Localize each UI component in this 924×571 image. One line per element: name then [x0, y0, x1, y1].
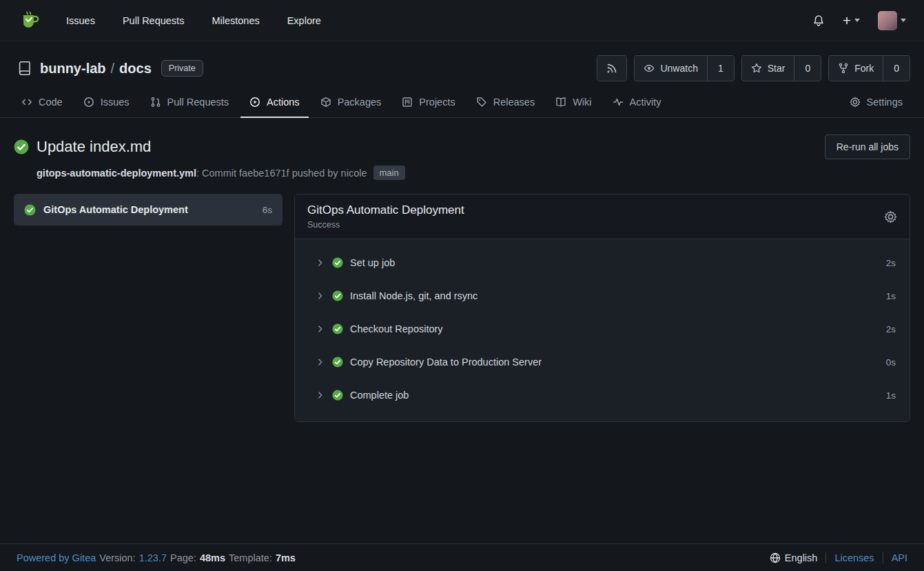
rss-icon	[606, 63, 617, 74]
tab-label: Code	[39, 97, 63, 108]
fork-button[interactable]: Fork	[829, 56, 883, 81]
globe-icon	[770, 552, 781, 563]
run-title: Update index.md	[37, 138, 151, 156]
pull-request-icon	[150, 97, 161, 108]
notifications-button[interactable]	[812, 14, 825, 27]
tab-label: Issues	[101, 97, 130, 108]
nav-item-explore[interactable]: Explore	[287, 15, 321, 26]
tab-projects[interactable]: Projects	[393, 90, 464, 118]
tab-pull-requests[interactable]: Pull Requests	[141, 90, 238, 118]
rss-button[interactable]	[597, 56, 626, 81]
branch-badge[interactable]: main	[373, 166, 405, 180]
create-new-button[interactable]: +	[843, 13, 860, 28]
tab-settings[interactable]: Settings	[841, 90, 912, 118]
nav-item-pull-requests[interactable]: Pull Requests	[123, 15, 184, 26]
step-duration: 0s	[886, 357, 896, 368]
repo-separator: /	[111, 61, 115, 77]
caret-down-icon	[854, 19, 860, 22]
issue-icon	[83, 97, 94, 108]
step-row-copy-data[interactable]: Copy Repository Data to Production Serve…	[295, 345, 910, 379]
step-row-checkout[interactable]: Checkout Repository 2s	[295, 312, 910, 345]
rerun-all-jobs-button[interactable]: Re-run all jobs	[825, 134, 910, 159]
powered-by-gitea-link[interactable]: Powered by Gitea	[17, 552, 96, 563]
page-footer: Powered by Gitea Version: 1.23.7 Page: 4…	[0, 543, 924, 571]
tab-issues[interactable]: Issues	[74, 90, 138, 118]
run-header: Update index.md Re-run all jobs	[14, 134, 910, 159]
repo-tabs: Code Issues Pull Requests Actions Packag…	[0, 90, 924, 118]
book-icon	[555, 97, 566, 108]
watch-button-group: Unwatch 1	[634, 55, 734, 81]
repo-owner-link[interactable]: bunny-lab	[40, 61, 106, 77]
navbar-right: +	[812, 11, 906, 30]
step-row-setup-job[interactable]: Set up job 2s	[295, 246, 910, 279]
template-time-label: Template:	[229, 552, 272, 563]
job-name: GitOps Automatic Deployment	[43, 204, 255, 215]
job-steps: Set up job 2s Install Node.js, git, and …	[295, 239, 910, 421]
template-time-value: 7ms	[276, 552, 296, 563]
job-list: GitOps Automatic Deployment 6s	[14, 194, 283, 226]
step-row-complete-job[interactable]: Complete job 1s	[295, 379, 910, 412]
eye-icon	[644, 63, 655, 74]
page-time-value: 48ms	[200, 552, 225, 563]
tab-packages[interactable]: Packages	[311, 90, 391, 118]
tab-wiki[interactable]: Wiki	[546, 90, 600, 118]
footer-links: English Licenses API	[761, 552, 907, 563]
nav-item-milestones[interactable]: Milestones	[212, 15, 259, 26]
footer-meta: Powered by Gitea Version: 1.23.7 Page: 4…	[17, 552, 296, 563]
repo-icon	[17, 60, 33, 77]
activity-icon	[613, 97, 624, 108]
tab-label: Activity	[630, 97, 661, 108]
chevron-right-icon	[316, 390, 325, 400]
job-options-gear-icon[interactable]	[884, 210, 897, 223]
version-label: Version:	[99, 552, 135, 563]
star-icon	[751, 63, 762, 74]
fork-count[interactable]: 0	[883, 56, 910, 81]
language-label: English	[785, 552, 818, 563]
step-name: Install Node.js, git, and rsync	[350, 290, 478, 301]
step-duration: 2s	[886, 258, 896, 268]
settings-icon	[850, 97, 861, 108]
step-duration: 1s	[886, 291, 896, 301]
tab-label: Projects	[419, 97, 455, 108]
tab-actions[interactable]: Actions	[240, 90, 309, 118]
user-menu-button[interactable]	[878, 11, 906, 30]
workflow-file-link[interactable]: gitops-automatic-deployment.yml	[37, 168, 196, 179]
step-row-install[interactable]: Install Node.js, git, and rsync 1s	[295, 279, 910, 312]
caret-down-icon	[901, 19, 906, 22]
licenses-link[interactable]: Licenses	[825, 552, 882, 563]
step-name: Set up job	[350, 257, 395, 268]
chevron-right-icon	[316, 291, 325, 301]
tab-label: Pull Requests	[167, 97, 229, 108]
job-list-item[interactable]: GitOps Automatic Deployment 6s	[14, 194, 283, 226]
success-check-icon	[332, 357, 343, 368]
main-nav: Issues Pull Requests Milestones Explore	[66, 15, 321, 26]
nav-item-issues[interactable]: Issues	[66, 15, 95, 26]
tab-code[interactable]: Code	[12, 90, 72, 118]
fork-label: Fork	[854, 63, 874, 74]
unwatch-button[interactable]: Unwatch	[635, 56, 706, 81]
tab-label: Packages	[338, 97, 382, 108]
repo-name-link[interactable]: docs	[119, 61, 152, 77]
plus-icon: +	[843, 13, 851, 28]
bell-icon	[812, 14, 825, 27]
success-check-icon	[14, 139, 29, 154]
tab-label: Actions	[267, 97, 300, 108]
tab-releases[interactable]: Releases	[467, 90, 544, 118]
step-duration: 1s	[886, 390, 896, 401]
success-check-icon	[332, 290, 343, 301]
chevron-right-icon	[316, 357, 325, 367]
tab-activity[interactable]: Activity	[604, 90, 670, 118]
star-count[interactable]: 0	[794, 56, 821, 81]
top-navbar: Issues Pull Requests Milestones Explore …	[0, 0, 924, 41]
fork-button-group: Fork 0	[828, 55, 910, 81]
gitea-logo[interactable]	[19, 10, 41, 32]
language-selector[interactable]: English	[761, 552, 826, 563]
tab-label: Wiki	[573, 97, 591, 108]
job-detail-title: GitOps Automatic Deployment	[307, 203, 464, 217]
star-button[interactable]: Star	[742, 56, 794, 81]
unwatch-label: Unwatch	[660, 63, 697, 74]
api-link[interactable]: API	[883, 552, 907, 563]
user-avatar	[878, 11, 897, 30]
version-link[interactable]: 1.23.7	[139, 552, 167, 563]
watch-count[interactable]: 1	[707, 56, 734, 81]
